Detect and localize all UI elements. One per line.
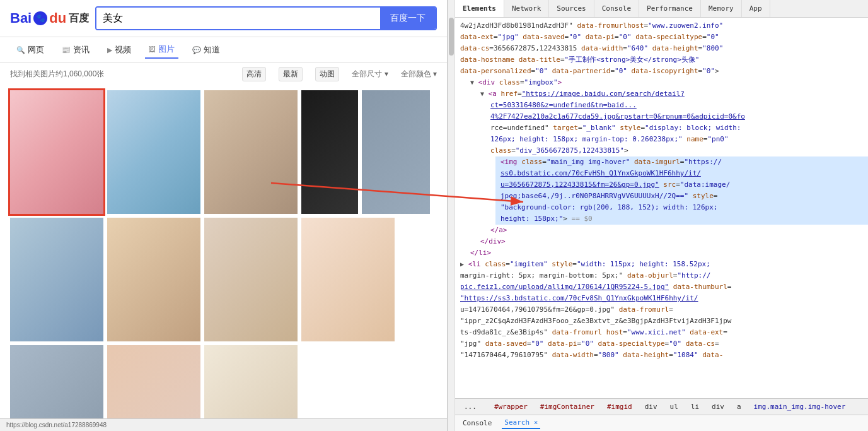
image-thumb-7[interactable] xyxy=(107,218,200,341)
baidu-logo: Bai🐾du 百度 xyxy=(10,10,89,27)
search-tab[interactable]: Search × xyxy=(502,417,540,429)
tab-app[interactable]: App xyxy=(742,0,770,17)
breadcrumb-wrapper[interactable]: #wrapper xyxy=(490,401,531,412)
breadcrumb-imgid[interactable]: #imgid xyxy=(603,401,636,412)
code-line-16[interactable]: jpeg;base64,/9j..r0N0P8AHRRVgVV6UUUUxH//… xyxy=(495,191,868,202)
baidu-header: Bai🐾du 百度 百度一下 xyxy=(0,0,447,37)
video-icon: ▶ xyxy=(107,46,112,54)
nav-zhidao[interactable]: 💬 知道 xyxy=(188,42,224,58)
breadcrumb-ellipsis[interactable]: ... xyxy=(460,401,480,412)
news-icon: 📰 xyxy=(62,46,71,54)
code-line-12[interactable]: class="div_3656672875,122433815"> xyxy=(485,145,868,156)
image-thumb-3[interactable] xyxy=(204,90,298,214)
image-thumb-2[interactable] xyxy=(107,90,200,214)
code-line-22[interactable]: ▶ <li class="imgitem" style="width: 115p… xyxy=(455,259,868,270)
logo-chinese: 百度 xyxy=(69,12,89,25)
breadcrumb-li[interactable]: li xyxy=(687,401,703,412)
code-line-13[interactable]: <img class="main_img img-hover" data-img… xyxy=(495,156,868,168)
code-line-10[interactable]: rce=undefined" target="_blank" style="di… xyxy=(485,122,868,134)
code-line-21[interactable]: </li> xyxy=(465,247,868,259)
code-line-1[interactable]: 4w2jAzdH3Fd8b01981ndAzdH3F" data-fromurl… xyxy=(455,20,868,32)
image-thumb-8[interactable] xyxy=(204,218,298,341)
images-icon: 🖼 xyxy=(149,45,156,53)
code-line-8[interactable]: ct=503316480&z=undefined&tn=baid... xyxy=(485,100,868,111)
nav-news[interactable]: 📰 资讯 xyxy=(58,42,93,58)
code-line-30[interactable]: "1471670464,79610795" data-width="800" d… xyxy=(455,350,868,361)
code-line-24[interactable]: pic.feiz1.com/upload/allimg/170614/1QR95… xyxy=(455,281,868,293)
panel-scrollbar[interactable] xyxy=(448,0,455,431)
filter-gif[interactable]: 动图 xyxy=(315,67,339,81)
tab-app-label: App xyxy=(749,4,762,13)
search-box: 百度一下 xyxy=(95,6,437,30)
tab-console-label: Console xyxy=(602,4,631,13)
nav-webpage[interactable]: 🔍 网页 xyxy=(13,42,48,58)
image-row-1 xyxy=(10,90,437,214)
code-line-20[interactable]: </div> xyxy=(475,236,868,247)
nav-images[interactable]: 🖼 图片 xyxy=(145,41,178,59)
image-thumb-4[interactable] xyxy=(301,90,358,214)
code-line-6[interactable]: ▼ <div class="imgbox"> xyxy=(465,77,868,88)
breadcrumb-imgcontainer[interactable]: #imgContainer xyxy=(536,401,598,412)
tab-network[interactable]: Network xyxy=(504,0,549,17)
breadcrumb-a[interactable]: a xyxy=(733,401,745,412)
nav-images-label: 图片 xyxy=(158,44,175,55)
baidu-nav: 🔍 网页 📰 资讯 ▶ 视频 🖼 图片 💬 知道 xyxy=(0,37,447,63)
nav-news-label: 资讯 xyxy=(73,44,90,56)
code-line-26[interactable]: u=1471670464,79610795&fm=26&gp=0.jpg" da… xyxy=(455,304,868,316)
scrollbar-thumb xyxy=(449,18,454,56)
tab-console[interactable]: Console xyxy=(594,0,639,17)
filter-color[interactable]: 全部颜色 ▾ xyxy=(401,69,437,80)
code-line-28[interactable]: ts-d9da81c_z&e3Bip4s" data-fromurl host=… xyxy=(455,327,868,338)
image-thumb-11[interactable] xyxy=(107,345,200,418)
logo-paw-icon: 🐾 xyxy=(33,11,47,25)
code-line-4[interactable]: data-hostname data-title="手工制作<strong>美女… xyxy=(455,54,868,66)
breadcrumb-ul[interactable]: ul xyxy=(666,401,682,412)
logo-bai: Bai xyxy=(10,10,32,27)
tab-sources[interactable]: Sources xyxy=(549,0,594,17)
tab-elements[interactable]: Elements xyxy=(455,0,504,17)
code-line-3[interactable]: data-cs=3656672875,122433815 data-width=… xyxy=(455,43,868,54)
filter-size[interactable]: 全部尺寸 ▾ xyxy=(352,69,388,80)
tab-memory[interactable]: Memory xyxy=(701,0,742,17)
code-line-27[interactable]: "ippr_z2C$qAzdH3FAzdH3Fooo_z&e3Bxtvt_z&e… xyxy=(455,316,868,327)
status-url: https://blog.csdn.net/a17288869948 xyxy=(6,422,107,428)
tab-memory-label: Memory xyxy=(709,4,734,13)
image-thumb-12[interactable] xyxy=(204,345,298,418)
breadcrumb-div2[interactable]: div xyxy=(708,401,728,412)
code-line-19[interactable]: </a> xyxy=(485,225,868,236)
code-line-15[interactable]: u=3656672875,122433815&fm=26&gp=0.jpg" s… xyxy=(495,179,868,191)
elements-panel[interactable]: 4w2jAzdH3Fd8b01981ndAzdH3F" data-fromurl… xyxy=(455,18,868,398)
tab-sources-label: Sources xyxy=(557,4,586,13)
filter-latest[interactable]: 最新 xyxy=(279,67,303,81)
nav-video[interactable]: ▶ 视频 xyxy=(103,42,135,58)
breadcrumb-div[interactable]: div xyxy=(641,401,661,412)
image-thumb-6[interactable] xyxy=(10,218,103,341)
image-thumb-9[interactable] xyxy=(301,218,395,341)
code-line-14[interactable]: ss0.bdstatic.com/70cFvHSh_Q1YnxGkpoWK1HF… xyxy=(495,168,868,179)
code-line-7[interactable]: ▼ <a href="https://image.baidu.com/searc… xyxy=(475,88,868,100)
tab-network-label: Network xyxy=(512,4,541,13)
code-line-2[interactable]: data-ext="jpg" data-saved="0" data-pi="0… xyxy=(455,32,868,43)
status-bar: https://blog.csdn.net/a17288869948 xyxy=(0,418,447,431)
nav-webpage-label: 网页 xyxy=(28,44,44,56)
console-tab[interactable]: Console xyxy=(460,418,494,428)
image-thumb-10[interactable] xyxy=(10,345,103,418)
code-line-25[interactable]: "https://ss3.bdstatic.com/70cFv8Sh_Q1Ynx… xyxy=(455,293,868,304)
tab-performance-label: Performance xyxy=(647,4,693,13)
code-line-5[interactable]: data-personalized="0" data-partnerid="0"… xyxy=(455,66,868,77)
breadcrumb-img[interactable]: img.main_img.img-hover xyxy=(750,401,850,412)
code-line-11[interactable]: 126px; height: 158px; margin-top: 0.2602… xyxy=(485,134,868,145)
tab-performance[interactable]: Performance xyxy=(639,0,701,17)
code-line-17[interactable]: "background-color: rgb(200, 188, 152); w… xyxy=(495,202,868,213)
search-input[interactable] xyxy=(96,8,380,29)
filter-hd[interactable]: 高清 xyxy=(242,67,266,81)
code-line-18[interactable]: height: 158px;"> == $0 xyxy=(495,213,868,225)
baidu-panel: Bai🐾du 百度 百度一下 🔍 网页 📰 资讯 ▶ 视频 🖼 图片 💬 知道 xyxy=(0,0,448,431)
zhidao-icon: 💬 xyxy=(192,46,201,54)
image-thumb-1[interactable] xyxy=(10,90,103,214)
code-line-9[interactable]: 4%2F7427ea210a2c1a677cda59.jpg&rpstart=0… xyxy=(485,111,868,122)
search-button[interactable]: 百度一下 xyxy=(380,8,436,29)
code-line-29[interactable]: "jpg" data-saved="0" data-pi="0" data-sp… xyxy=(455,338,868,350)
code-line-23[interactable]: margin-right: 5px; margin-bottom: 5px;" … xyxy=(455,270,868,281)
image-thumb-5[interactable] xyxy=(362,90,430,214)
